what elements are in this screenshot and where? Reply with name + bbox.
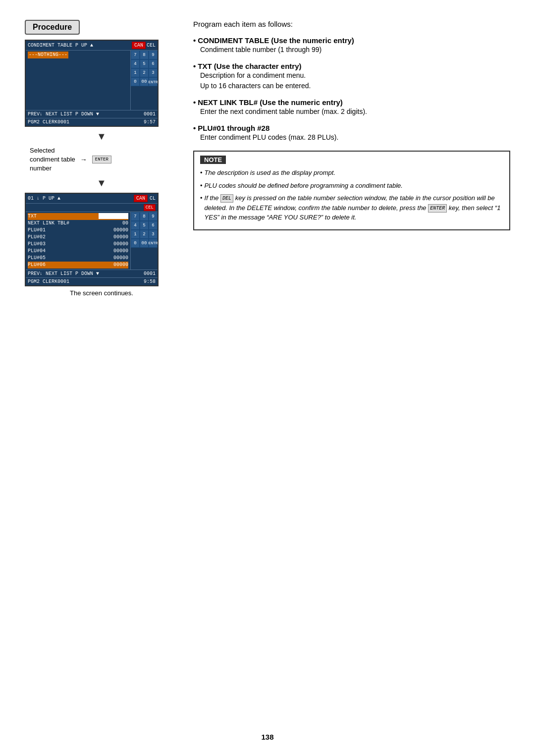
numpad-5[interactable]: 5 xyxy=(140,59,149,68)
t2-numpad-1[interactable]: 1 xyxy=(131,230,140,239)
t2-txt-value xyxy=(99,213,128,219)
selection-label: Selected condiment table number xyxy=(30,146,75,173)
numpad-8[interactable]: 8 xyxy=(140,51,149,59)
t2-numpad-6[interactable]: 6 xyxy=(149,221,158,230)
terminal-1-can-btn[interactable]: CAN xyxy=(132,42,146,49)
t2-plu03-value: 00000 xyxy=(113,241,128,248)
t2-numpad-5[interactable]: 5 xyxy=(140,221,149,230)
terminal-2-plu06-row: PLU#06 00000 xyxy=(28,262,128,269)
program-each: Program each item as follows: xyxy=(193,20,510,28)
terminal-1-footer-pgm: PGM2 CLERK0001 xyxy=(28,119,69,125)
screen-continues: The screen continues. xyxy=(25,289,178,297)
t2-plu04-label: PLU#04 xyxy=(28,248,46,255)
terminal-2-header-left: 01 ↓ P UP ▲ xyxy=(28,196,60,201)
note-item-2: • PLU codes should be defined before pro… xyxy=(200,181,503,191)
numpad-2[interactable]: 2 xyxy=(140,68,149,77)
t2-numpad-0[interactable]: 0 xyxy=(131,239,140,248)
numpad-0[interactable]: 0 xyxy=(131,77,140,86)
terminal-2: 01 ↓ P UP ▲ CAN CL CEL TXT xyxy=(25,193,159,286)
terminal-2-next-link-row: NEXT LINK TBL# 00 xyxy=(28,220,128,227)
terminal-2-numpad-row-1: 7 8 9 xyxy=(131,212,158,221)
t2-numpad-7[interactable]: 7 xyxy=(131,212,140,221)
terminal-2-time: 9:58 xyxy=(144,279,156,284)
bullet-condiment-table: • CONDIMENT TABLE (Use the numeric entry… xyxy=(193,36,510,55)
terminal-1-header: CONDIMENT TABLE P UP ▲ CAN CEL xyxy=(26,41,158,51)
numpad-9[interactable]: 9 xyxy=(149,51,158,59)
t2-numpad-entr[interactable]: ENTR xyxy=(149,239,158,248)
bullet-condiment-title: • CONDIMENT TABLE (Use the numeric entry… xyxy=(193,36,510,45)
t2-numpad-3[interactable]: 3 xyxy=(149,230,158,239)
t2-next-link-label: NEXT LINK TBL# xyxy=(28,220,69,227)
left-column: Procedure CONDIMENT TABLE P UP ▲ CAN CEL… xyxy=(25,20,178,297)
terminal-2-plu03-row: PLU#03 00000 xyxy=(28,241,128,248)
terminal-2-header: 01 ↓ P UP ▲ CAN CL xyxy=(26,194,158,204)
terminal-1-cel-label: CEL xyxy=(147,43,156,48)
t2-numpad-2[interactable]: 2 xyxy=(140,230,149,239)
numpad-entr[interactable]: ENTR xyxy=(149,77,158,86)
procedure-badge: Procedure xyxy=(25,20,80,35)
terminal-2-txt-row: TXT xyxy=(28,213,128,220)
terminal-2-plu02-row: PLU#02 00000 xyxy=(28,234,128,241)
t2-numpad-00[interactable]: 00 xyxy=(140,239,149,248)
t2-plu04-value: 00000 xyxy=(113,248,128,255)
terminal-2-plu01-row: PLU#01 00000 xyxy=(28,227,128,234)
terminal-1-numpad-row-1: 7 8 9 xyxy=(131,51,158,59)
numpad-1[interactable]: 1 xyxy=(131,68,140,77)
t2-plu01-value: 00000 xyxy=(113,227,128,234)
terminal-1-time: 9:57 xyxy=(144,119,156,125)
numpad-00[interactable]: 00 xyxy=(140,77,149,86)
t2-plu05-label: PLU#05 xyxy=(28,255,46,262)
terminal-1-header-left: CONDIMENT TABLE P UP ▲ xyxy=(28,43,93,48)
t2-plu03-label: PLU#03 xyxy=(28,241,46,248)
terminal-1-footer-right1: 0001 xyxy=(144,111,156,117)
terminal-1-nothing-text: ---NOTHING--- xyxy=(28,52,68,58)
t2-next-link-value: 00 xyxy=(122,220,128,227)
right-column: Program each item as follows: • CONDIMEN… xyxy=(193,20,510,297)
terminal-2-footer-pgm: PGM2 CLERK0001 xyxy=(28,279,69,284)
terminal-1-main: ---NOTHING--- xyxy=(26,51,130,110)
numpad-3[interactable]: 3 xyxy=(149,68,158,77)
terminal-2-can-btn[interactable]: CAN xyxy=(134,195,148,202)
note-item-1: • The description is used as the display… xyxy=(200,168,503,178)
arrow-down-1: ▼ xyxy=(25,131,178,142)
bullet-plu-desc: Enter condiment PLU codes (max. 28 PLUs)… xyxy=(200,132,510,143)
t2-numpad-4[interactable]: 4 xyxy=(131,221,140,230)
terminal-1-body: ---NOTHING--- 7 8 9 4 5 6 xyxy=(26,51,158,110)
terminal-2-footer2: PGM2 CLERK0001 9:58 xyxy=(26,277,158,285)
t2-plu02-value: 00000 xyxy=(113,234,128,241)
terminal-2-plu04-row: PLU#04 00000 xyxy=(28,248,128,255)
bullet-txt-title: • TXT (Use the character entry) xyxy=(193,62,510,70)
terminal-2-numpad-row-4: 0 00 ENTR xyxy=(131,239,158,248)
t2-plu06-label: PLU#06 xyxy=(28,262,46,269)
terminal-2-numpad-row-3: 1 2 3 xyxy=(131,230,158,239)
numpad-4[interactable]: 4 xyxy=(131,59,140,68)
del-key: DEL xyxy=(220,194,233,203)
t2-plu02-label: PLU#02 xyxy=(28,234,46,241)
terminal-1-footer: PREV↓ NEXT LIST P DOWN ▼ 0001 xyxy=(26,110,158,118)
page-number: 138 xyxy=(261,733,273,741)
note-item-2-text: PLU codes should be defined before progr… xyxy=(205,181,403,191)
terminal-1-row-nothing: ---NOTHING--- xyxy=(28,52,128,58)
terminal-2-body: TXT NEXT LINK TBL# 00 PLU#01 00000 PLU#0… xyxy=(26,212,158,270)
bullet-next-link-desc: Enter the next condiment table number (m… xyxy=(200,107,510,117)
t2-plu06-value: 00000 xyxy=(113,262,128,269)
bullet-txt: • TXT (Use the character entry) Descript… xyxy=(193,62,510,91)
enter-key[interactable]: ENTER xyxy=(92,156,111,163)
t2-plu01-label: PLU#01 xyxy=(28,227,46,234)
t2-txt-label: TXT xyxy=(28,213,37,220)
selection-area: Selected condiment table number → ENTER xyxy=(30,146,178,173)
note-header: NOTE xyxy=(200,156,226,164)
note-item-1-text: The description is used as the display p… xyxy=(205,168,335,178)
t2-numpad-8[interactable]: 8 xyxy=(140,212,149,221)
terminal-1-numpad-row-4: 0 00 ENTR xyxy=(131,77,158,86)
numpad-6[interactable]: 6 xyxy=(149,59,158,68)
terminal-2-cel-btn[interactable]: CEL xyxy=(144,204,156,211)
terminal-1-numpad: 7 8 9 4 5 6 1 2 3 0 xyxy=(130,51,158,110)
terminal-1-numpad-row-2: 4 5 6 xyxy=(131,59,158,68)
note-box: NOTE • The description is used as the di… xyxy=(193,151,510,230)
t2-numpad-9[interactable]: 9 xyxy=(149,212,158,221)
numpad-7[interactable]: 7 xyxy=(131,51,140,59)
terminal-2-numpad: 7 8 9 4 5 6 1 2 3 0 xyxy=(130,212,158,270)
arrow-down-2: ▼ xyxy=(25,177,178,189)
bullet-txt-desc-2: Up to 16 characters can be entered. xyxy=(200,81,510,91)
